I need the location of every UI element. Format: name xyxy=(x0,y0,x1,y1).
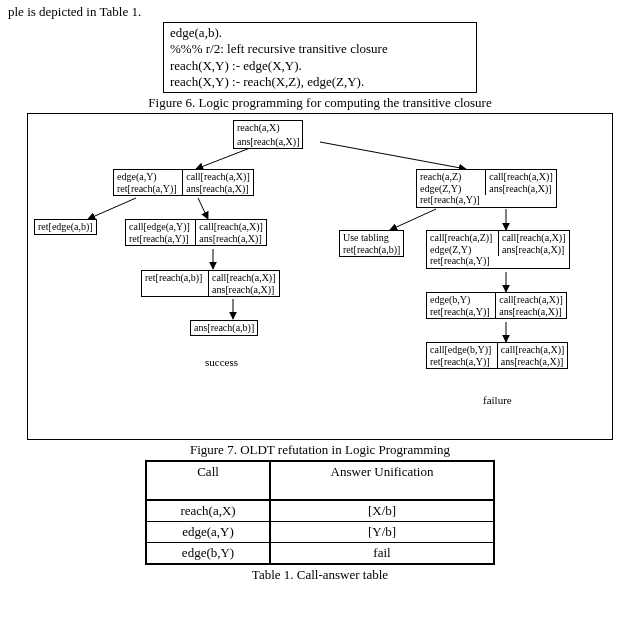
node-text: call[reach(a,X)]ans[reach(a,X)] xyxy=(208,271,279,296)
figure7-caption: Figure 7. OLDT refutation in Logic Progr… xyxy=(8,442,632,458)
success-label: success xyxy=(205,356,238,368)
node-l3: ret[reach(a,b)] call[reach(a,X)]ans[reac… xyxy=(141,270,280,297)
node-text: call[edge(b,Y)]ret[reach(a,Y)] xyxy=(427,343,494,368)
code-line: reach(X,Y) :- reach(X,Z), edge(Z,Y). xyxy=(170,74,470,90)
cell-answer: [X/b] xyxy=(270,500,494,522)
node-text: call[reach(a,Z)]edge(Z,Y)ret[reach(a,Y)] xyxy=(427,231,495,268)
node-r2b: call[reach(a,Z)]edge(Z,Y)ret[reach(a,Y)]… xyxy=(426,230,570,269)
cell-answer: [Y/b] xyxy=(270,522,494,543)
node-text: call[reach(a,X)]ans[reach(a,X)] xyxy=(497,343,568,368)
node-r2a: Use tablingret[reach(a,b)] xyxy=(339,230,404,257)
node-text: call[reach(a,X)]ans[reach(a,X)] xyxy=(485,170,556,195)
node-text: edge(b,Y)ret[reach(a,Y)] xyxy=(427,293,493,318)
node-text: ret[edge(a,b)] xyxy=(35,220,96,234)
code-line: reach(X,Y) :- edge(X,Y). xyxy=(170,58,470,74)
node-root: reach(a,X) ans[reach(a,X)] xyxy=(233,120,303,149)
node-text: ans[reach(a,X)] xyxy=(234,135,302,149)
table-row: reach(a,X) [X/b] xyxy=(146,500,494,522)
node-text: call[reach(a,X)]ans[reach(a,X)] xyxy=(495,293,566,318)
node-l1: edge(a,Y)ret[reach(a,Y)] call[reach(a,X)… xyxy=(113,169,254,196)
node-text: edge(a,Y)ret[reach(a,Y)] xyxy=(114,170,180,195)
top-fragment: ple is depicted in Table 1. xyxy=(8,4,632,20)
table-header-answer: Answer Unification xyxy=(270,461,494,500)
svg-line-0 xyxy=(196,148,250,169)
node-text: ret[reach(a,b)] xyxy=(142,271,205,285)
svg-line-1 xyxy=(320,142,466,169)
node-text: call[reach(a,X)]ans[reach(a,X)] xyxy=(195,220,266,245)
code-line: edge(a,b). xyxy=(170,25,470,41)
table-row: edge(a,Y) [Y/b] xyxy=(146,522,494,543)
svg-line-6 xyxy=(390,209,436,230)
diagram-arrows xyxy=(28,114,612,439)
table-row: edge(b,Y) fail xyxy=(146,543,494,565)
cell-call: edge(b,Y) xyxy=(146,543,270,565)
cell-call: edge(a,Y) xyxy=(146,522,270,543)
node-text: reach(a,Z)edge(Z,Y)ret[reach(a,Y)] xyxy=(417,170,483,207)
table1-caption: Table 1. Call-answer table xyxy=(8,567,632,583)
cell-answer: fail xyxy=(270,543,494,565)
failure-label: failure xyxy=(483,394,512,406)
svg-line-2 xyxy=(88,198,136,219)
node-l2b: call[edge(a,Y)]ret[reach(a,Y)] call[reac… xyxy=(125,219,267,246)
svg-line-3 xyxy=(198,198,208,219)
call-answer-table: Call Answer Unification reach(a,X) [X/b]… xyxy=(145,460,495,565)
node-l4: ans[reach(a,b)] xyxy=(190,320,258,336)
node-r3: edge(b,Y)ret[reach(a,Y)] call[reach(a,X)… xyxy=(426,292,567,319)
table-header-call: Call xyxy=(146,461,270,500)
code-listing-box: edge(a,b). %%% r/2: left recursive trans… xyxy=(163,22,477,93)
node-r1: reach(a,Z)edge(Z,Y)ret[reach(a,Y)] call[… xyxy=(416,169,557,208)
node-text: Use tablingret[reach(a,b)] xyxy=(340,231,403,256)
cell-call: reach(a,X) xyxy=(146,500,270,522)
node-r4: call[edge(b,Y)]ret[reach(a,Y)] call[reac… xyxy=(426,342,568,369)
code-line: %%% r/2: left recursive transitive closu… xyxy=(170,41,470,57)
node-text: call[reach(a,X)]ans[reach(a,X)] xyxy=(498,231,569,256)
node-l2a: ret[edge(a,b)] xyxy=(34,219,97,235)
figure6-caption: Figure 6. Logic programming for computin… xyxy=(8,95,632,111)
node-text: call[reach(a,X)]ans[reach(a,X)] xyxy=(182,170,253,195)
node-text: call[edge(a,Y)]ret[reach(a,Y)] xyxy=(126,220,193,245)
oldt-refutation-diagram: reach(a,X) ans[reach(a,X)] edge(a,Y)ret[… xyxy=(27,113,613,440)
node-text: reach(a,X) xyxy=(234,121,282,135)
node-text: ans[reach(a,b)] xyxy=(191,321,257,335)
